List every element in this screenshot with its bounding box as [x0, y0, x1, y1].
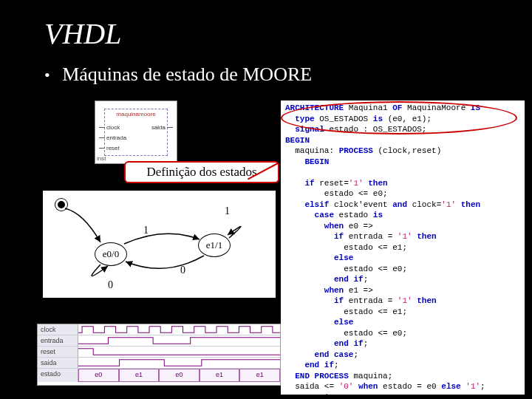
- wave-label-reset: reset: [38, 347, 78, 357]
- wave-label-saida: saida: [38, 358, 78, 368]
- bullet-text: Máquinas de estado de MOORE: [62, 64, 312, 85]
- pin-reset: reset: [106, 145, 120, 151]
- block-inst-label: inst: [97, 155, 106, 162]
- wave-label-entrada: entrada: [38, 335, 78, 346]
- pin-entrada: entrada: [106, 134, 126, 141]
- wave-track-clock: [78, 324, 280, 335]
- block-inner: maquinamoore clock entrada reset saida: [104, 109, 168, 156]
- wave-label-clock: clock: [38, 324, 78, 335]
- vhdl-code: ARCHITECTURE Maquina1 OF MaquinaMoore IS…: [281, 100, 525, 395]
- state-seg-3: e1: [200, 369, 240, 382]
- wave-label-estado: estado: [38, 369, 78, 382]
- bullet-heading: • Máquinas de estado de MOORE: [44, 64, 312, 86]
- callout-definition: Definição dos estados: [124, 161, 279, 183]
- wave-track-saida: [78, 358, 280, 368]
- wave-track-estado: e0 e1 e0 e1 e1: [78, 369, 280, 382]
- block-name: maquinamoore: [105, 111, 167, 117]
- state-seg-4: e1: [239, 369, 280, 382]
- slide-title: VHDL: [44, 16, 121, 51]
- wave-track-reset: [78, 347, 280, 357]
- wave-track-entrada: [78, 335, 280, 346]
- state-diagram: e0/0 e1/1 1 1 0 0: [43, 191, 276, 298]
- state-seg-1: e1: [119, 369, 160, 382]
- block-diagram: maquinamoore clock entrada reset saida i…: [95, 100, 177, 164]
- state-seg-0: e0: [78, 369, 119, 382]
- pin-saida: saida: [151, 124, 166, 131]
- state-diagram-edges: [43, 191, 276, 298]
- pin-clock: clock: [106, 124, 120, 131]
- state-seg-2: e0: [159, 369, 200, 382]
- bullet-dot: •: [44, 66, 50, 84]
- waveform-panel: clock entrada reset saida estado e0 e1 e…: [37, 324, 281, 386]
